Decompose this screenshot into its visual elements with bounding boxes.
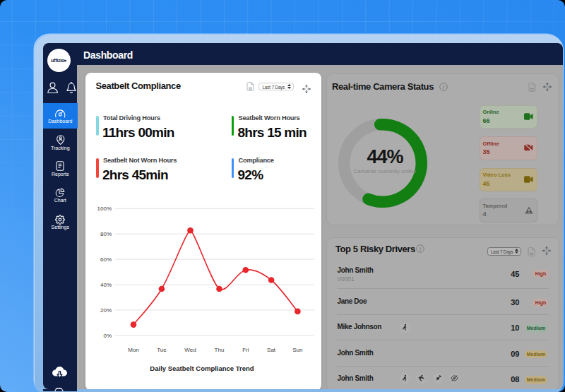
svg-text:100%: 100% [97, 206, 112, 212]
svg-text:20%: 20% [100, 307, 112, 314]
svg-text:i: i [442, 84, 444, 90]
svg-text:80%: 80% [100, 231, 112, 237]
svg-text:Mon: Mon [128, 347, 139, 353]
svg-text:60%: 60% [100, 256, 112, 263]
svg-text:Daily Seatbelt Compliance Tren: Daily Seatbelt Compliance Trend [150, 364, 254, 372]
svg-text:0%: 0% [103, 333, 112, 339]
svg-text:Fri: Fri [242, 347, 249, 353]
svg-text:i: i [420, 246, 422, 252]
svg-text:Thu: Thu [215, 347, 225, 353]
svg-text:Sat: Sat [267, 347, 276, 353]
svg-text:Sun: Sun [292, 347, 302, 353]
svg-text:Tue: Tue [157, 347, 167, 353]
svg-text:Wed: Wed [184, 347, 196, 353]
svg-text:40%: 40% [100, 282, 112, 288]
